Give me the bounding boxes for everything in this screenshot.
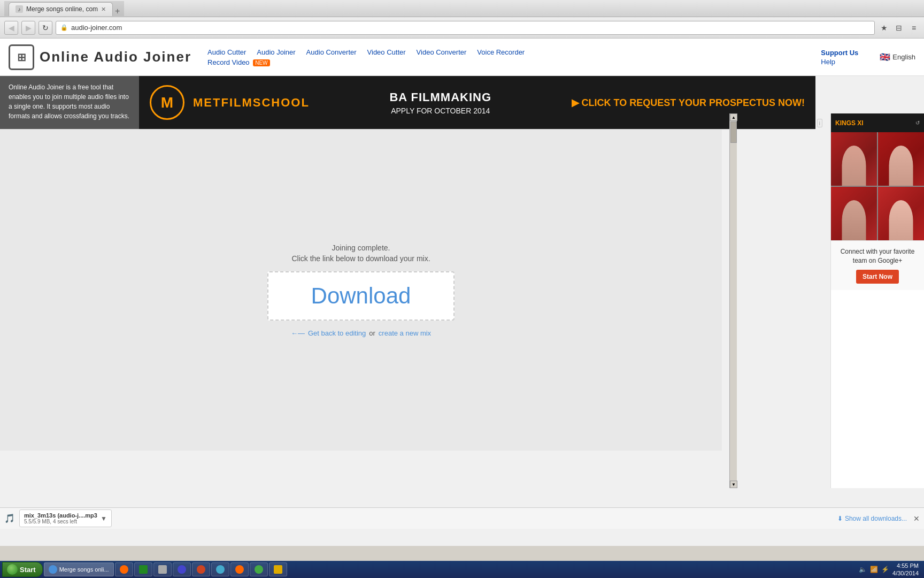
taskbar-item-7[interactable] [211, 562, 229, 576]
close-download-bar[interactable]: ✕ [913, 514, 920, 523]
back-button[interactable]: ◀ [4, 21, 18, 35]
taskbar-item-10[interactable] [269, 562, 287, 576]
main-content: Joining complete. Click the link below t… [0, 130, 722, 451]
ad-text-area: BA FILMMAKING APPLY FOR OCTOBER 2014 [389, 90, 491, 115]
player-cell-3 [831, 187, 877, 240]
browser-tab[interactable]: ♪ Merge songs online, com ✕ [9, 2, 113, 16]
sys-icon-3: ⚡ [881, 566, 889, 573]
taskbar-sys: 🔈 📶 ⚡ 4:55 PM 4/30/2014 [856, 562, 922, 577]
back-to-editing-link[interactable]: Get back to editing [308, 329, 366, 337]
ad-description-text: Online Audio Joiner is a free tool that … [9, 83, 129, 120]
player-grid [831, 132, 924, 240]
sys-icon-1: 🔈 [859, 566, 867, 573]
download-item[interactable]: mix_3m13s (audio-j....mp3 5.5/5.9 MB, 4 … [19, 509, 112, 527]
scroll-thumb[interactable] [730, 121, 737, 143]
taskbar-item-3[interactable] [134, 562, 152, 576]
taskbar-item-4[interactable] [153, 562, 172, 576]
ad-description-box: Online Audio Joiner is a free tool that … [0, 76, 139, 129]
nav-record-video[interactable]: Record Video NEW [207, 58, 270, 66]
metfilm-letter: M [161, 94, 173, 111]
download-btn-wrapper[interactable]: Download [267, 271, 455, 321]
start-orb [7, 564, 18, 575]
taskbar-item-9[interactable] [250, 562, 268, 576]
download-filename: mix_3m13s (audio-j....mp3 [24, 512, 97, 519]
nav-row-2: Record Video NEW [207, 58, 525, 66]
forward-button[interactable]: ▶ [21, 21, 35, 35]
clock-date: 4/30/2014 [892, 569, 919, 577]
logo-text: Online Audio Joiner [40, 49, 191, 65]
taskbar-icon-3 [139, 565, 148, 574]
player-cell-1 [831, 132, 877, 186]
taskbar-icon-4 [158, 565, 167, 574]
browser-titlebar: ♪ Merge songs online, com ✕ + [0, 0, 924, 17]
address-bar[interactable]: 🔒 audio-joiner.com [56, 21, 875, 35]
back-arrow-icon: ←— [291, 329, 305, 337]
clock-time: 4:55 PM [892, 562, 919, 569]
show-all-downloads[interactable]: ⬇ Show all downloads... [837, 515, 907, 522]
ad-headline: BA FILMMAKING [389, 90, 491, 104]
ad-banner[interactable]: M METFILMSCHOOL BA FILMMAKING APPLY FOR … [139, 76, 815, 129]
metfilm-logo: M [150, 85, 184, 120]
nav-video-converter[interactable]: Video Converter [417, 48, 467, 56]
site-logo[interactable]: ⊞ Online Audio Joiner [9, 44, 191, 70]
taskbar-item-5[interactable] [173, 562, 191, 576]
ad-cta[interactable]: ▶ CLICK TO REQUEST YOUR PROSPECTUS NOW! [572, 97, 805, 109]
googplus-btn[interactable]: Start Now [856, 270, 899, 284]
taskbar-item-8[interactable] [230, 562, 249, 576]
ad-close-icon[interactable]: i [817, 119, 822, 127]
taskbar-icon-9 [255, 565, 263, 574]
start-label: Start [20, 566, 36, 574]
taskbar-icon-5 [178, 565, 186, 574]
download-size: 5.5/5.9 MB, 4 secs left [24, 519, 97, 524]
player-cell-4 [878, 187, 924, 240]
flag-icon: 🇬🇧 [880, 52, 890, 62]
nav-voice-recorder[interactable]: Voice Recorder [477, 48, 525, 56]
taskbar-icon-8 [235, 565, 244, 574]
taskbar-item-browser[interactable]: Merge songs onli... [44, 562, 114, 576]
download-item-info: mix_3m13s (audio-j....mp3 5.5/5.9 MB, 4 … [24, 512, 97, 524]
site-nav: Audio Cutter Audio Joiner Audio Converte… [207, 48, 525, 66]
nav-audio-converter[interactable]: Audio Converter [306, 48, 357, 56]
scrollbar[interactable]: ▲ ▼ [729, 113, 737, 488]
joining-complete-text: Joining complete. [332, 244, 390, 252]
taskbar-icon-6 [197, 565, 205, 574]
menu-icon[interactable]: ≡ [908, 22, 920, 34]
support-us-link[interactable]: Support Us [821, 49, 858, 57]
nav-row-1: Audio Cutter Audio Joiner Audio Converte… [207, 48, 525, 56]
nav-audio-joiner[interactable]: Audio Joiner [257, 48, 295, 56]
page-wrapper: ⊞ Online Audio Joiner Audio Cutter Audio… [0, 39, 924, 546]
ad-subheadline: APPLY FOR OCTOBER 2014 [389, 107, 491, 115]
cricket-logo: KINGS XI [835, 119, 864, 127]
browser-toolbar: ◀ ▶ ↻ 🔒 audio-joiner.com ★ ⊟ ≡ [0, 17, 924, 39]
tab-favicon: ♪ [16, 5, 23, 13]
download-link[interactable]: Download [311, 283, 411, 308]
refresh-button[interactable]: ↻ [38, 21, 52, 35]
sync-icon[interactable]: ⊟ [893, 22, 905, 34]
taskbar-item-2[interactable] [115, 562, 133, 576]
click-link-text: Click the link below to download your mi… [291, 254, 430, 263]
scroll-up-btn[interactable]: ▲ [730, 113, 737, 121]
site-header: ⊞ Online Audio Joiner Audio Cutter Audio… [0, 39, 924, 76]
bookmark-icon[interactable]: ★ [878, 22, 890, 34]
new-badge: NEW [253, 59, 270, 66]
address-icon: 🔒 [60, 24, 68, 31]
tab-title: Merge songs online, com [26, 5, 98, 13]
sidebar-ad-banner: KINGS XI ↺ [831, 113, 924, 132]
time-display[interactable]: 4:55 PM 4/30/2014 [892, 562, 919, 577]
scroll-down-btn[interactable]: ▼ [730, 481, 737, 488]
taskbar-icon-7 [216, 565, 225, 574]
tab-close-icon[interactable]: ✕ [101, 6, 106, 13]
googplus-section: Connect with your favorite team on Googl… [831, 240, 924, 290]
language-selector[interactable]: 🇬🇧 English [880, 52, 915, 62]
nav-audio-cutter[interactable]: Audio Cutter [207, 48, 246, 56]
create-new-mix-link[interactable]: create a new mix [379, 329, 431, 337]
metfilm-name: METFILMSCHOOL [193, 96, 310, 110]
help-link[interactable]: Help [821, 58, 835, 66]
download-arrow-icon[interactable]: ▼ [101, 515, 107, 522]
taskbar-item-6[interactable] [192, 562, 210, 576]
new-tab-button[interactable]: + [115, 6, 120, 16]
start-button[interactable]: Start [2, 562, 43, 577]
sidebar-ad-close[interactable]: ↺ [915, 120, 920, 126]
taskbar-icon-2 [120, 565, 128, 574]
nav-video-cutter[interactable]: Video Cutter [367, 48, 406, 56]
